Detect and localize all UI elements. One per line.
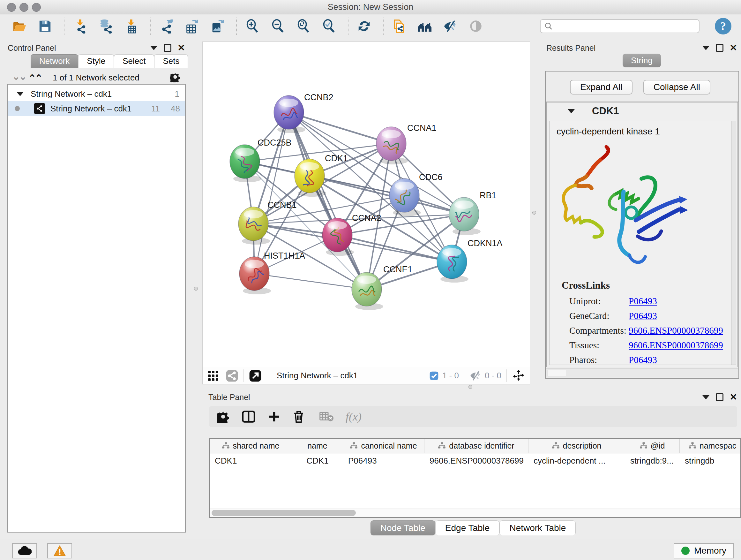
import-network-from-file-icon[interactable] [71,17,89,35]
expand-all-button[interactable]: Expand All [570,80,632,95]
crosslink-link[interactable]: 9606.ENSP00000378699 [629,340,723,351]
table-cell[interactable]: stringdb:9... [625,453,680,468]
network-node-HIST1H1A[interactable]: HIST1H1A [239,251,305,294]
network-node-CCNB2[interactable]: CCNB2 [274,92,333,133]
panel-menu-icon[interactable] [150,46,157,50]
network-node-CDC6[interactable]: CDC6 [389,172,443,216]
network-node-CCNA2[interactable]: CCNA2 [322,213,381,256]
zoom-in-icon[interactable] [244,17,261,35]
save-session-icon[interactable] [37,17,54,35]
column-header-name[interactable]: name [292,439,343,453]
node-section-header[interactable]: CDK1 [547,103,738,120]
cloud-status-button[interactable] [12,543,37,558]
network-edge-CCNB2-CCNA1[interactable] [289,112,391,144]
column-header-namespac[interactable]: namespac [680,439,741,453]
table-cell[interactable]: stringdb [680,453,741,468]
zoom-out-icon[interactable] [269,17,286,35]
function-builder-icon[interactable]: f(x) [346,410,361,423]
close-panel-icon[interactable]: ✕ [730,394,737,400]
close-panel-icon[interactable]: ✕ [730,45,737,51]
table-row[interactable]: CDK1CDK1P064939606.ENSP00000378699cyclin… [210,453,740,468]
first-neighbors-icon[interactable] [416,17,433,35]
delete-table-icon[interactable] [320,411,333,422]
horizontal-splitter-handle[interactable] [468,385,472,389]
column-header-database-identifier[interactable]: database identifier [424,439,529,453]
float-panel-icon[interactable] [716,393,724,401]
table-cell[interactable]: P06493 [343,453,424,468]
network-canvas[interactable]: CCNB2CCNA1CDC25BCDK1CDC6RB1CCNB1CCNA2CDK… [203,42,530,367]
network-edge-CCNA2-CDKN1A[interactable] [337,235,452,262]
network-edge-CCNB2-CCNE1[interactable] [289,112,367,289]
table-cell[interactable]: cyclin-dependent ... [529,453,625,468]
crosslink-link[interactable]: P06493 [629,311,657,321]
float-panel-icon[interactable] [716,44,724,52]
column-header-shared-name[interactable]: shared name [210,439,292,453]
fit-content-icon[interactable] [295,17,312,35]
tab-style[interactable]: Style [78,54,114,68]
string-style-icon[interactable] [226,369,239,382]
open-in-string-icon[interactable] [249,369,262,382]
network-collection-row[interactable]: String Network – cdk1 1 [8,86,185,101]
import-network-from-database-icon[interactable] [97,17,114,35]
hidden-eye-icon[interactable] [469,370,482,382]
section-expander-icon[interactable] [568,109,575,113]
create-column-icon[interactable] [268,410,280,423]
export-network-icon[interactable] [158,17,175,35]
network-node-CDK1[interactable]: CDK1 [294,153,348,197]
right-splitter-handle[interactable] [532,211,536,214]
tab-network-table[interactable]: Network Table [499,520,576,536]
network-options-gear-icon[interactable] [170,71,181,84]
float-panel-icon[interactable] [164,44,172,52]
tab-string[interactable]: String [623,54,661,67]
export-table-icon[interactable] [183,17,200,35]
table-cell[interactable]: 9606.ENSP00000378699 [424,453,529,468]
tab-select[interactable]: Select [114,54,154,68]
selected-checkbox-icon[interactable] [429,371,439,381]
table-horizontal-scrollbar[interactable] [210,509,740,517]
table-cell[interactable]: CDK1 [210,453,292,468]
duplicate-network-icon[interactable] [391,17,408,35]
refresh-view-icon[interactable] [355,17,373,35]
table-cell[interactable]: CDK1 [292,453,343,468]
hide-selected-icon[interactable] [442,17,459,35]
tab-network[interactable]: Network [30,54,78,68]
panel-menu-icon[interactable] [702,395,710,399]
network-node-RB1[interactable]: RB1 [449,191,496,235]
import-table-from-file-icon[interactable] [123,17,140,35]
pan-crosshair-icon[interactable] [512,369,525,382]
left-splitter-handle[interactable] [194,287,198,291]
tab-node-table[interactable]: Node Table [370,520,435,536]
warning-status-button[interactable] [47,543,72,558]
network-node-CDKN1A[interactable]: CDKN1A [437,239,502,283]
table-options-gear-icon[interactable] [217,410,229,423]
results-horizontal-scrollbar[interactable] [546,368,738,377]
crosslink-link[interactable]: P06493 [629,296,657,307]
birdseye-grid-icon[interactable] [207,370,219,382]
column-header-canonical-name[interactable]: canonical name [343,439,424,453]
show-all-icon[interactable] [467,17,484,35]
open-session-icon[interactable] [11,17,28,35]
crosslink-link[interactable]: P06493 [629,355,657,365]
scrollbar-thumb[interactable] [212,510,356,516]
tab-edge-table[interactable]: Edge Table [435,520,500,536]
show-columns-icon[interactable] [242,410,256,423]
network-node-CDC25B[interactable]: CDC25B [230,138,292,182]
close-panel-icon[interactable]: ✕ [178,45,185,51]
collapse-all-button[interactable]: Collapse All [643,80,711,95]
tab-sets[interactable]: Sets [154,54,188,68]
search-input[interactable] [540,19,699,33]
export-image-icon[interactable] [209,17,226,35]
results-vertical-scrollbar[interactable] [731,121,736,365]
memory-button[interactable]: Memory [674,543,734,558]
help-icon[interactable]: ? [715,18,731,35]
crosslink-link[interactable]: 9606.ENSP00000378699 [629,325,723,336]
network-edge-HIST1H1A-CCNE1[interactable] [254,273,367,289]
column-header--id[interactable]: @id [625,439,680,453]
delete-column-icon[interactable] [293,410,305,423]
network-node-CCNE1[interactable]: CCNE1 [352,265,413,310]
panel-menu-icon[interactable] [702,46,710,50]
zoom-selected-icon[interactable] [320,17,338,35]
column-header-description[interactable]: description [529,439,625,453]
collection-expander-icon[interactable] [17,92,23,96]
network-row[interactable]: String Network – cdk1 11 48 [8,101,185,116]
